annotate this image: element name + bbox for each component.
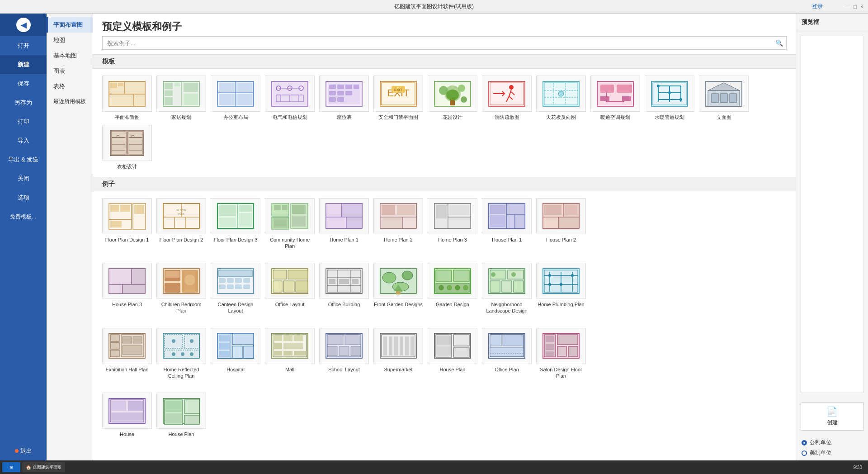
example-home-ceiling[interactable]: Home Reflected Ceiling Plan — [156, 328, 206, 379]
template-label-seating: 座位表 — [337, 114, 352, 120]
left-nav-item-chart[interactable]: 图表 — [47, 63, 93, 79]
metric-unit-option[interactable]: 公制单位 — [802, 439, 863, 446]
svg-point-262 — [181, 352, 184, 356]
left-nav-item-floor-plan[interactable]: 平面布置图 — [47, 17, 93, 33]
example-community-home[interactable]: Community Home Plan — [265, 198, 315, 250]
example-school-layout[interactable]: School Layout — [319, 328, 369, 379]
taskbar-app-item[interactable]: 🏠 亿图建筑平面图 — [22, 462, 65, 472]
example-house-plan-3[interactable]: House Plan 3 — [102, 263, 152, 314]
template-fire-evacuation[interactable]: 消防疏散图 — [482, 76, 532, 120]
template-home-planning[interactable]: 家居规划 — [156, 76, 206, 120]
sidebar-item-export[interactable]: 导出 & 发送 — [0, 150, 47, 169]
left-nav-item-recent[interactable]: 最近所用模板 — [47, 94, 93, 109]
example-office-layout[interactable]: Office Layout — [265, 263, 315, 314]
template-elevation[interactable]: 立面图 — [699, 76, 749, 120]
example-house-plan-row4[interactable]: House Plan — [156, 393, 206, 437]
sidebar-item-close[interactable]: 关闭 — [0, 169, 47, 188]
example-home-plan-3[interactable]: Home Plan 3 — [428, 198, 477, 250]
svg-rect-155 — [507, 204, 525, 215]
search-button[interactable]: 🔍 — [772, 37, 786, 49]
example-house-plan-row3[interactable]: House Plan — [428, 328, 477, 379]
minimize-button[interactable]: — — [844, 4, 850, 10]
template-plumbing[interactable]: 水暖管道规划 — [645, 76, 694, 120]
template-hvac[interactable]: 暖通空调规划 — [590, 76, 640, 120]
search-input[interactable] — [103, 37, 772, 49]
example-supermarket[interactable]: Supermarket — [373, 328, 423, 379]
sidebar-item-import[interactable]: 导入 — [0, 131, 47, 150]
svg-rect-18 — [236, 83, 252, 93]
svg-rect-272 — [219, 351, 230, 357]
svg-point-260 — [190, 339, 193, 343]
example-label-front-garden: Front Garden Designs — [374, 301, 423, 308]
template-label-office-layout: 办公室布局 — [223, 114, 248, 120]
left-nav-item-map[interactable]: 地图 — [47, 33, 93, 48]
svg-rect-279 — [273, 343, 282, 349]
template-ceiling[interactable]: 天花板反向图 — [536, 76, 586, 120]
example-home-plan-2[interactable]: Home Plan 2 — [373, 198, 423, 250]
template-seating[interactable]: 座位表 — [319, 76, 369, 120]
svg-rect-135 — [342, 204, 362, 217]
svg-rect-282 — [283, 351, 292, 356]
example-house-plan-1[interactable]: House Plan 1 — [482, 198, 532, 250]
svg-rect-320 — [568, 346, 578, 356]
template-floor-plan[interactable]: 平面布置图 — [102, 76, 152, 120]
svg-rect-87 — [730, 94, 736, 103]
example-house-plan-2[interactable]: House Plan 2 — [536, 198, 586, 250]
example-canteen[interactable]: Canteen Design Layout — [211, 263, 260, 314]
example-office-plan[interactable]: Office Plan — [482, 328, 532, 379]
sidebar-item-options[interactable]: 选项 — [0, 188, 47, 207]
example-mall[interactable]: Mall — [265, 328, 315, 379]
example-house-row4[interactable]: House — [102, 393, 152, 437]
template-office-layout[interactable]: 办公室布局 — [211, 76, 260, 120]
sidebar-item-open[interactable]: 打开 — [0, 36, 47, 55]
sidebar-item-free-template[interactable]: 免费模板... — [0, 207, 47, 226]
svg-rect-119 — [219, 205, 236, 216]
login-button[interactable]: 登录 — [812, 3, 823, 10]
imperial-radio[interactable] — [802, 450, 807, 456]
example-office-building[interactable]: Office Building — [319, 263, 369, 314]
example-home-plan-1[interactable]: Home Plan 1 — [319, 198, 369, 250]
svg-rect-328 — [128, 401, 143, 411]
taskbar-start-button[interactable]: ⊞ — [2, 462, 20, 472]
template-garden[interactable]: 花园设计 — [428, 76, 477, 120]
sidebar-item-new[interactable]: 新建 — [0, 55, 47, 74]
metric-radio[interactable] — [802, 440, 807, 446]
template-security[interactable]: EXIT EXIT 安全和门禁平面图 — [373, 76, 423, 120]
example-front-garden[interactable]: Front Garden Designs — [373, 263, 423, 314]
sidebar-item-save[interactable]: 保存 — [0, 74, 47, 93]
example-floor-plan-3[interactable]: Floor Plan Design 3 — [211, 198, 260, 250]
template-wardrobe[interactable]: 衣柜设计 — [102, 125, 152, 170]
template-thumb-elevation — [699, 76, 749, 112]
create-button[interactable]: 📄 创建 — [801, 402, 863, 431]
svg-point-222 — [455, 285, 460, 290]
sidebar-item-print[interactable]: 打印 — [0, 112, 47, 131]
sidebar-item-exit[interactable]: 退出 — [0, 441, 47, 460]
example-hospital[interactable]: Hospital — [211, 328, 260, 379]
example-floor-plan-2[interactable]: FLOOR PLAN Floor Plan Design 2 — [156, 198, 206, 250]
left-nav-item-basic-map[interactable]: 基本地图 — [47, 48, 93, 63]
example-salon-design[interactable]: Salon Design Floor Plan — [536, 328, 586, 379]
example-exhibition-hall[interactable]: Exhibition Hall Plan — [102, 328, 152, 379]
example-label-house-plan-3: House Plan 3 — [112, 301, 142, 308]
maximize-button[interactable]: □ — [854, 4, 857, 10]
example-home-plumbing[interactable]: Home Plumbing Plan — [536, 263, 586, 314]
imperial-unit-option[interactable]: 美制单位 — [802, 449, 863, 457]
titlebar: 亿图建筑平面图设计软件(试用版) 登录 — □ × — [0, 0, 868, 14]
template-label-hvac: 暖通空调规划 — [600, 114, 630, 120]
example-floor-plan-1[interactable]: Floor Plan Design 1 — [102, 198, 152, 250]
examples-grid-row2: House Plan 3 — [102, 256, 787, 321]
example-neighborhood-landscape[interactable]: Neighborhood Landscape Design — [482, 263, 532, 314]
example-label-supermarket: Supermarket — [384, 366, 413, 373]
example-thumb-floor-plan-3 — [211, 198, 260, 234]
example-label-canteen: Canteen Design Layout — [211, 301, 260, 314]
svg-rect-158 — [490, 205, 505, 214]
sidebar-item-save-as[interactable]: 另存为 — [0, 93, 47, 112]
example-label-exhibition-hall: Exhibition Hall Plan — [106, 366, 149, 373]
left-nav-item-table[interactable]: 表格 — [47, 79, 93, 94]
close-button[interactable]: × — [860, 4, 863, 10]
example-children-bedroom[interactable]: Children Bedroom Plan — [156, 263, 206, 314]
template-electrical[interactable]: 电气和电信规划 — [265, 76, 315, 120]
example-garden-design[interactable]: Garden Design — [428, 263, 477, 314]
svg-rect-136 — [326, 217, 346, 228]
template-label-ceiling: 天花板反向图 — [546, 114, 576, 120]
